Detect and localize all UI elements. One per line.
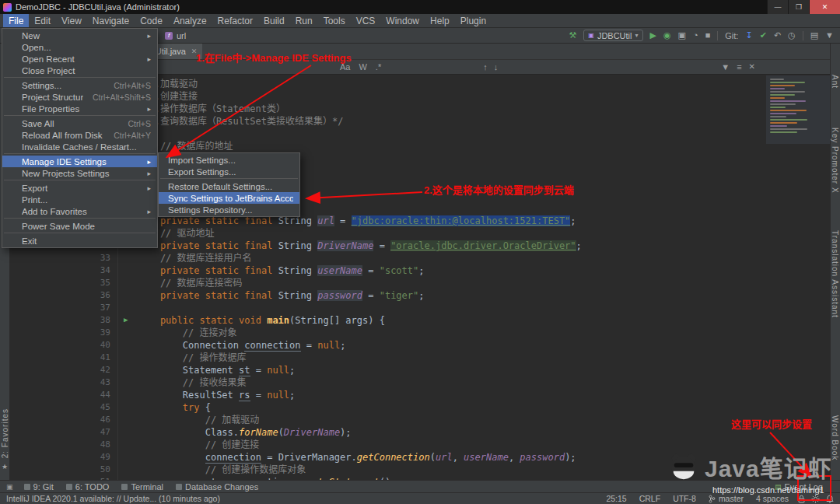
gutter-fold: [117, 389, 138, 401]
menu-refactor[interactable]: Refactor: [212, 14, 258, 27]
menu-item-shortcut: Ctrl+Alt+Y: [114, 131, 151, 140]
minimap[interactable]: [766, 75, 830, 144]
file-menu-item-manage-ide-settings[interactable]: Manage IDE Settings▸: [2, 156, 157, 167]
file-menu-item-open-recent[interactable]: Open Recent▸: [2, 53, 157, 65]
code-line[interactable]: 44 ResultSet rs = null;: [10, 389, 830, 401]
code-line[interactable]: 33 // 数据库连接用户名: [10, 252, 830, 264]
lock-icon[interactable]: [798, 495, 805, 503]
file-menu-item-power-save-mode[interactable]: Power Save Mode: [2, 220, 157, 232]
file-menu-item-file-properties[interactable]: File Properties▸: [2, 103, 157, 114]
tool-window-button-6-todo[interactable]: 6: TODO: [66, 482, 110, 492]
caret-position[interactable]: 25:15: [606, 494, 626, 503]
submenu-item-restore-default-settings[interactable]: Restore Default Settings...: [159, 180, 299, 192]
navigation-bar[interactable]: f url: [165, 31, 186, 40]
tool-window-button-ant[interactable]: Ant: [831, 75, 839, 89]
menu-help[interactable]: Help: [425, 14, 455, 27]
breadcrumb[interactable]: url: [177, 31, 186, 40]
menu-plugin[interactable]: Plugin: [455, 14, 492, 27]
file-menu-item-print[interactable]: Print...: [2, 194, 157, 205]
code-line[interactable]: 45 try {: [10, 401, 830, 414]
regex-option[interactable]: .*: [376, 62, 381, 72]
menu-item-label: Exit: [22, 236, 151, 246]
file-menu-item-open[interactable]: Open...: [2, 41, 157, 53]
file-menu-item-reload-all-from-disk[interactable]: Reload All from DiskCtrl+Alt+Y: [2, 129, 157, 141]
close-button[interactable]: ✕: [809, 0, 840, 14]
code-line[interactable]: 42 Statement st = null;: [10, 364, 830, 376]
file-menu-item-project-structure[interactable]: Project Structure...Ctrl+Alt+Shift+S: [2, 91, 157, 103]
menu-tools[interactable]: Tools: [318, 14, 351, 27]
code-line[interactable]: 41 // 操作数据库: [10, 352, 830, 364]
file-menu-item-new[interactable]: New▸: [2, 30, 157, 41]
code-line[interactable]: 47 Class.forName(DriverName);: [10, 426, 830, 439]
line-separator[interactable]: CRLF: [639, 494, 660, 503]
code-line[interactable]: 40 Connection connection = null;: [10, 339, 830, 352]
tool-window-button-terminal[interactable]: Terminal: [121, 482, 163, 492]
code-line[interactable]: 46 // 加载驱动: [10, 414, 830, 426]
submenu-item-settings-repository[interactable]: Settings Repository...: [159, 204, 299, 215]
submenu-item-export-settings[interactable]: Export Settings...: [159, 166, 299, 177]
git-commit-icon[interactable]: ✔: [760, 31, 767, 40]
tool-window-button-database-changes[interactable]: Database Changes: [176, 482, 258, 492]
tool-window-button-9-git[interactable]: 9: Git: [24, 482, 54, 492]
status-message[interactable]: IntelliJ IDEA 2020.1 available: // Updat…: [6, 494, 220, 503]
maximize-button[interactable]: ❐: [788, 0, 809, 14]
code-line[interactable]: 34 private static final String userName …: [10, 264, 830, 277]
menu-code[interactable]: Code: [135, 14, 168, 27]
layout-icon[interactable]: ▤: [810, 31, 818, 40]
menu-window[interactable]: Window: [380, 14, 425, 27]
submenu-item-sync-settings-to-jetbrains-account[interactable]: Sync Settings to JetBrains Account...: [159, 192, 299, 204]
file-menu-item-settings[interactable]: Settings...Ctrl+Alt+S: [2, 79, 157, 91]
file-menu-item-invalidate-caches-restart[interactable]: Invalidate Caches / Restart...: [2, 141, 157, 152]
words-option[interactable]: W: [359, 62, 366, 72]
menu-build[interactable]: Build: [258, 14, 290, 27]
file-menu-item-exit[interactable]: Exit: [2, 235, 157, 247]
debug-bug-icon[interactable]: ◉: [663, 31, 671, 40]
code-line[interactable]: 38▶ public static void main(String[] arg…: [10, 314, 830, 327]
file-menu-item-export[interactable]: Export▸: [2, 182, 157, 194]
file-encoding[interactable]: UTF-8: [673, 494, 696, 503]
tool-window-button-key-promoter-x[interactable]: Key Promoter X: [831, 128, 839, 194]
rollback-icon[interactable]: ↶: [774, 31, 781, 40]
tool-window-switcher-icon[interactable]: ▣: [6, 483, 13, 491]
filter-results-icon[interactable]: ▼: [721, 62, 730, 72]
menu-navigate[interactable]: Navigate: [87, 14, 135, 27]
file-menu-item-close-project[interactable]: Close Project: [2, 65, 157, 76]
coverage-icon[interactable]: ▣: [678, 31, 686, 40]
indent-style[interactable]: 4 spaces: [756, 494, 789, 503]
menu-view[interactable]: View: [56, 14, 87, 27]
menu-analyze[interactable]: Analyze: [168, 14, 212, 27]
minimize-button[interactable]: —: [767, 0, 788, 14]
find-prev-icon[interactable]: ↑: [483, 62, 488, 72]
menu-edit[interactable]: Edit: [29, 14, 56, 27]
file-menu-item-new-projects-settings[interactable]: New Projects Settings▸: [2, 167, 157, 179]
filter-icon[interactable]: ▼: [825, 31, 834, 40]
terminal-icon: [121, 484, 128, 490]
settings-sync-gear-icon[interactable]: [811, 495, 820, 503]
profiler-icon[interactable]: ◔: [693, 31, 698, 40]
code-line[interactable]: 36 private static final String password …: [10, 289, 830, 302]
run-icon[interactable]: ▶: [650, 31, 656, 40]
tool-window-button-favorites[interactable]: 2: Favorites: [1, 408, 9, 458]
git-update-icon[interactable]: ↧: [745, 31, 752, 40]
file-menu-item-add-to-favorites[interactable]: Add to Favorites▸: [2, 205, 157, 217]
menu-run[interactable]: Run: [290, 14, 318, 27]
code-line[interactable]: 43 // 接收结果集: [10, 376, 830, 389]
code-line[interactable]: 35 // 数据库连接密码: [10, 277, 830, 289]
menu-file[interactable]: File: [3, 14, 29, 27]
find-menu-icon[interactable]: ≡: [737, 62, 741, 72]
git-branch[interactable]: master: [709, 494, 744, 503]
submenu-item-import-settings[interactable]: Import Settings...: [159, 154, 299, 166]
stop-icon[interactable]: ■: [705, 31, 711, 40]
find-next-icon[interactable]: ↓: [494, 62, 499, 72]
code-line[interactable]: 39 // 连接对象: [10, 327, 830, 339]
file-menu-item-save-all[interactable]: Save AllCtrl+S: [2, 117, 157, 129]
tool-window-button-translation-assistant[interactable]: Translation Assistant: [831, 230, 839, 318]
run-gutter-icon[interactable]: ▶: [124, 314, 128, 326]
menu-vcs[interactable]: VCS: [351, 14, 381, 27]
close-find-icon[interactable]: ✕: [749, 62, 755, 72]
code-line[interactable]: 37: [10, 302, 830, 314]
run-config-combo[interactable]: ▣JDBCUtil▾: [583, 30, 642, 41]
history-icon[interactable]: ◷: [788, 31, 796, 40]
notifications-bell-icon[interactable]: [826, 495, 834, 503]
build-hammer-icon[interactable]: ⚒: [569, 31, 576, 40]
